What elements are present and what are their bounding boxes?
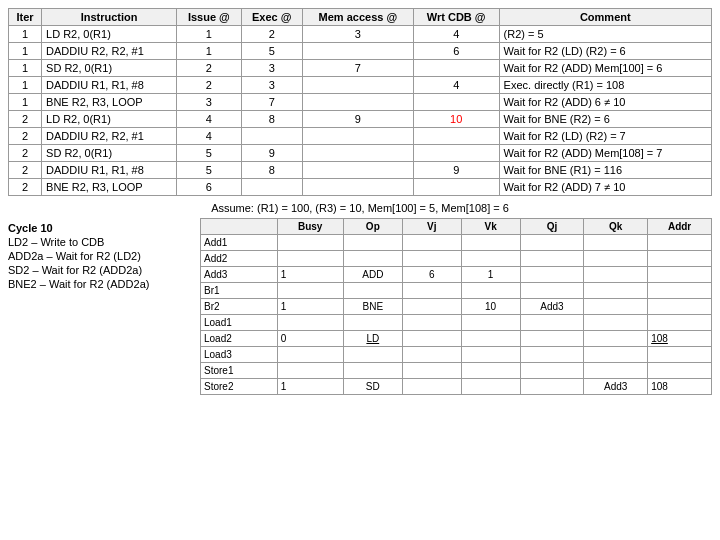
rs-cell: 1 [461,267,520,283]
column-header: Wrt CDB @ [413,9,499,26]
rs-cell [584,363,648,379]
table-cell: DADDIU R1, R1, #8 [42,162,177,179]
rs-column-header [201,219,278,235]
table-cell [302,94,413,111]
table-cell: 3 [177,94,241,111]
table-cell: 6 [177,179,241,196]
table-cell [302,162,413,179]
rs-column-header: Qj [520,219,584,235]
rs-row: Br21BNE10Add3 [201,299,712,315]
rs-cell: Store2 [201,379,278,395]
rs-cell: 6 [402,267,461,283]
rs-cell [648,251,712,267]
table-cell [302,43,413,60]
rs-cell [461,235,520,251]
rs-cell [402,283,461,299]
rs-cell [584,235,648,251]
table-cell: BNE R2, R3, LOOP [42,179,177,196]
table-cell [413,145,499,162]
table-row: 1SD R2, 0(R1)237Wait for R2 (ADD) Mem[10… [9,60,712,77]
table-cell: 7 [302,60,413,77]
table-cell: 1 [177,43,241,60]
table-cell [302,77,413,94]
table-cell: LD R2, 0(R1) [42,26,177,43]
rs-table: BusyOpVjVkQjQkAddr Add1Add2Add31ADD61Br1… [200,218,712,395]
table-cell [413,94,499,111]
column-header: Issue @ [177,9,241,26]
table-cell: 9 [413,162,499,179]
rs-row: Load1 [201,315,712,331]
table-cell: 5 [177,145,241,162]
table-cell [302,179,413,196]
rs-cell [402,331,461,347]
table-row: 2DADDIU R2, R2, #14Wait for R2 (LD) (R2)… [9,128,712,145]
rs-cell: 0 [277,331,343,347]
table-cell: 1 [9,94,42,111]
table-cell: 4 [413,77,499,94]
rs-row: Add1 [201,235,712,251]
rs-cell [520,379,584,395]
column-header: Comment [499,9,711,26]
rs-column-header: Vj [402,219,461,235]
rs-cell: Add2 [201,251,278,267]
rs-cell: 108 [648,331,712,347]
rs-column-header: Busy [277,219,343,235]
table-row: 1DADDIU R2, R2, #1156Wait for R2 (LD) (R… [9,43,712,60]
rs-cell: Br2 [201,299,278,315]
rs-cell [343,347,402,363]
rs-cell [461,331,520,347]
rs-cell [402,363,461,379]
rs-cell [277,235,343,251]
rs-cell [343,251,402,267]
table-cell: 2 [9,145,42,162]
rs-cell [520,331,584,347]
rs-cell [648,283,712,299]
table-row: 2LD R2, 0(R1)48910Wait for BNE (R2) = 6 [9,111,712,128]
table-row: 2DADDIU R1, R1, #8589Wait for BNE (R1) =… [9,162,712,179]
table-cell: 8 [241,111,302,128]
table-cell: DADDIU R2, R2, #1 [42,128,177,145]
rs-cell [343,315,402,331]
rs-cell [584,331,648,347]
table-row: 1BNE R2, R3, LOOP37Wait for R2 (ADD) 6 ≠… [9,94,712,111]
rs-cell: Add3 [584,379,648,395]
comment-cell: Wait for R2 (ADD) 7 ≠ 10 [499,179,711,196]
table-cell: 2 [177,60,241,77]
table-cell: 2 [9,128,42,145]
rs-cell: 10 [461,299,520,315]
rs-cell [343,283,402,299]
rs-cell: 1 [277,267,343,283]
table-cell: 4 [413,26,499,43]
comment-cell: Wait for R2 (ADD) Mem[100] = 6 [499,60,711,77]
rs-cell [584,315,648,331]
cycle-line: ADD2a – Wait for R2 (LD2) [8,250,188,262]
rs-row: Add2 [201,251,712,267]
rs-cell [648,235,712,251]
rs-cell: Br1 [201,283,278,299]
column-header: Mem access @ [302,9,413,26]
rs-cell: 1 [277,379,343,395]
table-cell: 2 [9,179,42,196]
rs-cell [402,379,461,395]
comment-cell: Wait for R2 (LD) (R2) = 7 [499,128,711,145]
table-cell [241,179,302,196]
rs-row: Load3 [201,347,712,363]
table-cell: 3 [241,77,302,94]
rs-cell [461,315,520,331]
rs-row: Load20LD108 [201,331,712,347]
table-row: 2SD R2, 0(R1)59Wait for R2 (ADD) Mem[108… [9,145,712,162]
rs-cell [584,283,648,299]
rs-cell [277,283,343,299]
table-cell: DADDIU R2, R2, #1 [42,43,177,60]
rs-column-header: Op [343,219,402,235]
rs-cell [402,299,461,315]
assume-text: Assume: (R1) = 100, (R3) = 10, Mem[100] … [8,202,712,214]
table-cell: 1 [9,43,42,60]
table-cell: 2 [9,111,42,128]
table-cell: 5 [177,162,241,179]
rs-cell [461,363,520,379]
rs-cell: Add1 [201,235,278,251]
rs-cell [648,347,712,363]
comment-cell: Wait for BNE (R1) = 116 [499,162,711,179]
table-cell [413,128,499,145]
